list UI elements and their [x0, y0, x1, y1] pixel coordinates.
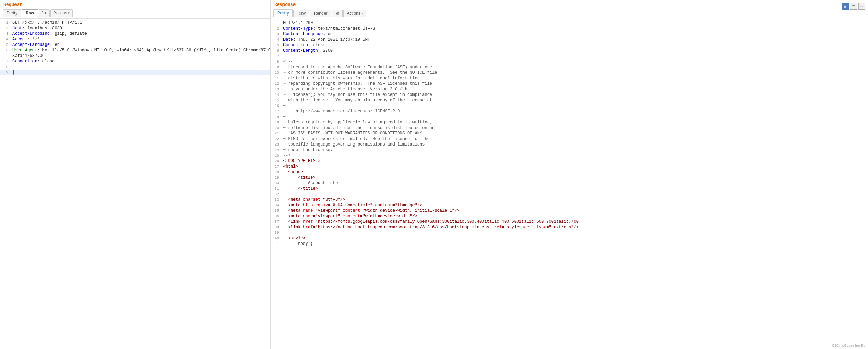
response-toolbar: Pretty Raw Render \n Actions ▾	[271, 8, 868, 19]
response-line-5: 5 Connection: close	[271, 42, 868, 48]
request-title: Request	[0, 0, 270, 8]
response-tab-pretty[interactable]: Pretty	[273, 9, 293, 17]
response-line-15: 15 ~ with the License. You may obtain a …	[271, 98, 868, 103]
response-line-3: 3 Content-Language: en	[271, 31, 868, 37]
response-line-7: 7	[271, 53, 868, 59]
response-line-27: 27 <html>	[271, 164, 868, 169]
response-line-10: 10 ~ or more contributor license agreeme…	[271, 70, 868, 76]
response-line-8: 8 <!--	[271, 59, 868, 64]
response-line-28: 28 <head>	[271, 169, 868, 175]
response-line-13: 13 ~ to you under the Apache License, Ve…	[271, 87, 868, 92]
response-line-37: 37 <link href="https://fonts.googleapis.…	[271, 219, 868, 225]
response-line-21: 21 ~ "AS IS" BASIS, WITHOUT WARRANTIES O…	[271, 131, 868, 136]
response-line-31: 31 </title>	[271, 186, 868, 191]
response-line-29: 29 <title>	[271, 175, 868, 180]
response-line-39: 39	[271, 230, 868, 236]
response-line-25: 25 -->	[271, 153, 868, 158]
response-code-area[interactable]: 1 HTTP/1.1 200 2 Content-Type: text/html…	[271, 19, 868, 349]
response-title: Response	[271, 0, 868, 8]
response-line-41: 41 body {	[271, 241, 868, 247]
response-line-6: 6 Content-Length: 2700	[271, 48, 868, 53]
request-panel: Request Pretty Raw \n Actions ▾ 1 GET /x…	[0, 0, 271, 349]
view-toggle-icons: ⊟ ≡ ▭	[842, 3, 865, 10]
request-line-5: 5 Accept-Language: en	[0, 42, 270, 48]
response-line-20: 20 ~ software distributed under the Lice…	[271, 125, 868, 131]
request-code-area[interactable]: 1 GET /xxx/..:/admin/ HTTP/1.1 2 Host: l…	[0, 19, 270, 349]
response-line-38: 38 <link href="https://netdna.bootstrapc…	[271, 225, 868, 230]
response-line-4: 4 Date: Thu, 22 Apr 2021 17:07:19 GMT	[271, 37, 868, 42]
response-line-19: 19 ~ Unless required by applicable law o…	[271, 120, 868, 125]
response-line-11: 11 ~ distributed with this work for addi…	[271, 76, 868, 81]
response-line-36: 36 <meta name="viewport" content="width=…	[271, 213, 868, 219]
response-line-32: 32	[271, 191, 868, 197]
request-actions-chevron: ▾	[68, 11, 70, 15]
response-line-40: 40 <style>	[271, 236, 868, 241]
request-line-6-cont: Safari/537.36	[0, 53, 270, 59]
response-line-22: 22 ~ KIND, either express or implied. Se…	[271, 136, 868, 142]
response-line-12: 12 ~ regarding copyright ownership. The …	[271, 81, 868, 87]
response-line-24: 24 ~ under the License.	[271, 147, 868, 153]
response-panel: Response Pretty Raw Render \n Actions ▾ …	[271, 0, 868, 349]
response-line-34: 34 <meta http-equiv="X-UA-Compatible" co…	[271, 202, 868, 208]
request-line-8: 8	[0, 64, 270, 70]
request-tab-raw[interactable]: Raw	[22, 9, 38, 17]
response-line-16: 16 ~	[271, 103, 868, 109]
main-container: ⊟ ≡ ▭ Request Pretty Raw \n Actions ▾ 1 …	[0, 0, 868, 349]
request-toolbar: Pretty Raw \n Actions ▾	[0, 8, 270, 19]
request-line-7: 7 Connection: close	[0, 59, 270, 64]
response-tab-raw[interactable]: Raw	[293, 10, 309, 17]
response-line-26: 26 <!DOCTYPE HTML>	[271, 158, 868, 164]
request-tab-pretty[interactable]: Pretty	[3, 9, 21, 17]
response-line-35: 35 <meta name="viewport" content="width=…	[271, 208, 868, 213]
request-line-9: 9 │	[0, 70, 270, 75]
request-line-4: 4 Accept: */*	[0, 37, 270, 42]
response-line-2: 2 Content-Type: text/html;charset=UTF-8	[271, 26, 868, 31]
split-horizontal-icon[interactable]: ≡	[850, 3, 857, 10]
response-actions-chevron: ▾	[361, 12, 363, 15]
split-vertical-icon[interactable]: ⊟	[842, 3, 849, 10]
response-line-23: 23 ~ specific language governing permiss…	[271, 142, 868, 147]
request-line-6: 6 User-Agent: Mozilla/5.0 (Windows NT 10…	[0, 48, 270, 53]
request-actions-button[interactable]: Actions ▾	[50, 9, 73, 17]
response-line-30: 30 Account Info	[271, 180, 868, 186]
request-line-1: 1 GET /xxx/..:/admin/ HTTP/1.1	[0, 20, 270, 26]
response-line-1: 1 HTTP/1.1 200	[271, 20, 868, 26]
response-tab-newline[interactable]: \n	[332, 10, 343, 17]
response-actions-label: Actions	[347, 11, 360, 16]
request-actions-label: Actions	[53, 11, 67, 16]
response-line-14: 14 ~ "License"); you may not use this fi…	[271, 92, 868, 98]
single-pane-icon[interactable]: ▭	[858, 3, 865, 10]
response-tab-render[interactable]: Render	[310, 10, 331, 17]
watermark: CSDN @SuperherRo	[832, 344, 865, 348]
response-actions-button[interactable]: Actions ▾	[343, 10, 366, 17]
response-line-33: 33 <meta charset="utf-8"/>	[271, 197, 868, 202]
request-line-2: 2 Host: localhost:8080	[0, 26, 270, 31]
response-line-18: 18 ~	[271, 114, 868, 120]
response-line-17: 17 ~ http://www.apache.org/licenses/LICE…	[271, 109, 868, 114]
request-tab-newline[interactable]: \n	[39, 9, 50, 17]
request-line-3: 3 Accept-Encoding: gzip, deflate	[0, 31, 270, 37]
response-line-9: 9 ~ Licensed to the Apache Software Foun…	[271, 64, 868, 70]
